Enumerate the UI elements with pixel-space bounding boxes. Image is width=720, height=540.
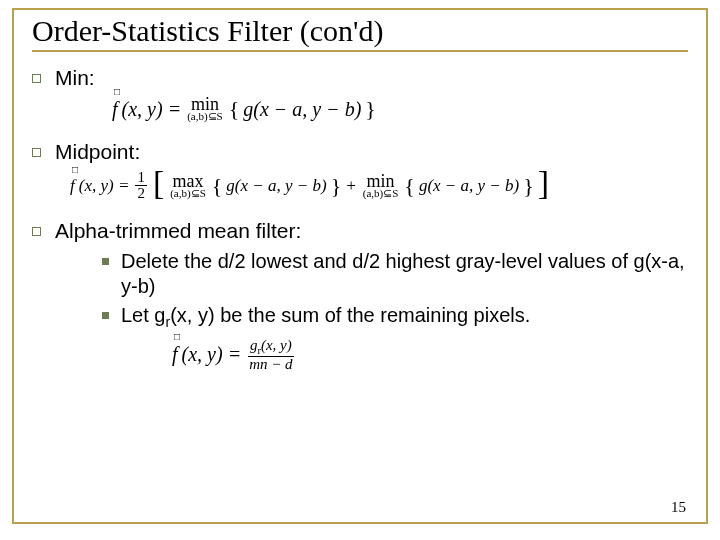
f-hat: f <box>172 343 178 366</box>
bullet-midpoint: Midpoint: <box>32 140 688 164</box>
mid-body1: g(x − a, y − b) <box>226 176 326 196</box>
formula-alpha: f (x, y) = gr(x, y) mn − d <box>172 338 688 373</box>
open-brace-icon: { <box>212 173 223 199</box>
alpha-sub2: Let gr(x, y) be the sum of the remaining… <box>121 303 530 332</box>
alpha-label: Alpha-trimmed mean filter: <box>55 219 301 243</box>
min-lhs-args: (x, y) = <box>122 98 182 121</box>
alpha-den: mn − d <box>247 357 294 372</box>
mid-body2: g(x − a, y − b) <box>419 176 519 196</box>
bullet-alpha: Alpha-trimmed mean filter: <box>32 219 688 243</box>
page-title: Order-Statistics Filter (con'd) <box>32 14 688 52</box>
plus: + <box>345 176 356 196</box>
midpoint-label: Midpoint: <box>55 140 140 164</box>
open-brace-icon: { <box>229 96 240 122</box>
f-hat: f <box>70 176 75 196</box>
open-bracket-icon: [ <box>153 173 164 193</box>
alpha-sublist: Delete the d/2 lowest and d/2 highest gr… <box>102 249 688 332</box>
close-brace-icon: } <box>331 173 342 199</box>
close-brace-icon: } <box>523 173 534 199</box>
alpha-sub1: Delete the d/2 lowest and d/2 highest gr… <box>121 249 688 299</box>
min-operator: min (a,b)⊆S <box>187 96 223 122</box>
max-operator: max (a,b)⊆S <box>170 173 206 199</box>
alpha-lhs-args: (x, y) = <box>182 343 242 366</box>
bullet-min: Min: <box>32 66 688 90</box>
close-bracket-icon: ] <box>538 173 549 193</box>
page-number: 15 <box>671 499 686 516</box>
min-body: g(x − a, y − b) <box>243 98 361 121</box>
slide: Order-Statistics Filter (con'd) Min: f (… <box>0 0 720 540</box>
formula-min: f (x, y) = min (a,b)⊆S { g(x − a, y − b)… <box>112 96 688 122</box>
alpha-sub1-row: Delete the d/2 lowest and d/2 highest gr… <box>102 249 688 299</box>
slide-frame: Order-Statistics Filter (con'd) Min: f (… <box>12 8 708 524</box>
close-brace-icon: } <box>365 96 376 122</box>
f-hat: f <box>112 98 118 121</box>
alpha-fraction: gr(x, y) mn − d <box>247 338 294 373</box>
alpha-sub2-row: Let gr(x, y) be the sum of the remaining… <box>102 303 688 332</box>
min-operator: min (a,b)⊆S <box>363 173 399 199</box>
open-brace-icon: { <box>404 173 415 199</box>
min-label: Min: <box>55 66 95 90</box>
mid-lhs-args: (x, y) = <box>79 176 130 196</box>
formula-midpoint: f (x, y) = 1 2 [ max (a,b)⊆S { g(x − a, … <box>70 170 688 201</box>
square-bullet-small-icon <box>102 312 109 319</box>
alpha-num: gr(x, y) <box>248 338 294 358</box>
square-bullet-small-icon <box>102 258 109 265</box>
square-bullet-icon <box>32 74 41 83</box>
square-bullet-icon <box>32 227 41 236</box>
one-half: 1 2 <box>135 170 147 201</box>
square-bullet-icon <box>32 148 41 157</box>
